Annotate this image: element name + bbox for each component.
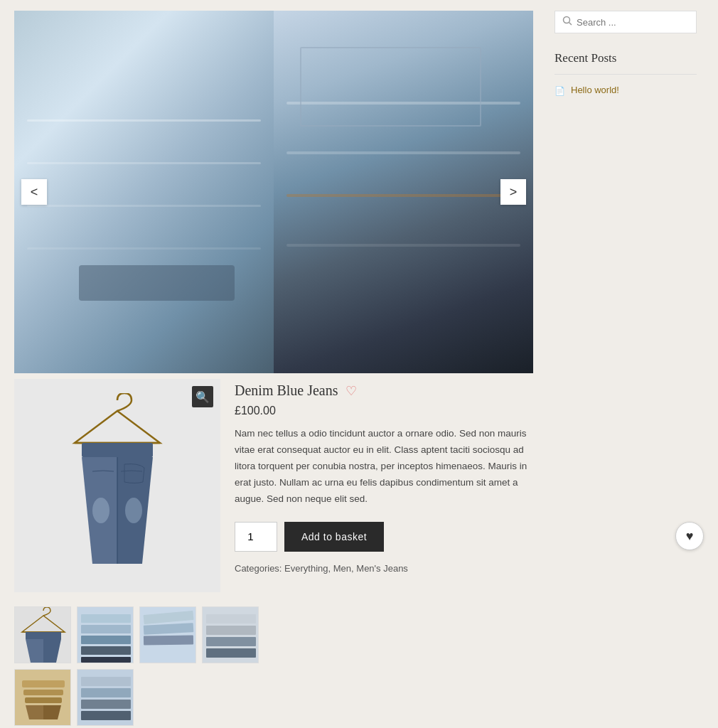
thumbnails-second-row <box>14 669 533 726</box>
svg-rect-13 <box>81 657 131 663</box>
svg-point-3 <box>92 498 109 523</box>
add-to-basket-button[interactable]: Add to basket <box>284 522 384 552</box>
thumbnail-1[interactable] <box>14 606 71 663</box>
category-men[interactable]: Men <box>333 563 351 574</box>
floating-heart-icon: ♥ <box>686 529 694 544</box>
svg-rect-19 <box>206 614 256 623</box>
svg-point-32 <box>564 17 570 23</box>
svg-rect-29 <box>81 688 131 697</box>
gallery-image-right: > <box>274 11 533 373</box>
product-image-box: 🔍 <box>14 379 220 592</box>
gallery-image-left: < <box>14 11 274 373</box>
product-title: Denim Blue Jeans <box>235 382 338 399</box>
add-to-basket-row: Add to basket <box>235 522 533 552</box>
page-wrapper: < > 🔍 <box>0 0 718 728</box>
product-image-svg <box>60 393 174 578</box>
search-input[interactable] <box>577 17 689 28</box>
thumbnail-4[interactable] <box>202 606 259 663</box>
product-detail-area: 🔍 <box>14 379 533 592</box>
product-price: £100.00 <box>235 405 533 417</box>
recent-post-link[interactable]: Hello world! <box>571 85 619 95</box>
category-mens-jeans[interactable]: Men's Jeans <box>356 563 408 574</box>
search-icon <box>562 16 572 28</box>
svg-rect-9 <box>81 614 131 623</box>
svg-rect-12 <box>81 646 131 655</box>
thumbnail-5[interactable] <box>14 669 71 726</box>
svg-rect-25 <box>23 690 63 695</box>
product-info: Denim Blue Jeans ♡ £100.00 Nam nec tellu… <box>235 379 533 592</box>
chevron-right-icon: > <box>510 185 518 200</box>
category-everything[interactable]: Everything <box>284 563 328 574</box>
svg-rect-7 <box>26 632 61 639</box>
wishlist-heart-icon[interactable]: ♡ <box>345 383 357 399</box>
gallery-prev-button[interactable]: < <box>21 179 47 205</box>
recent-posts-title: Recent Posts <box>554 51 697 65</box>
search-box[interactable] <box>554 11 697 33</box>
svg-rect-26 <box>25 697 62 703</box>
sidebar: Recent Posts 📄 Hello world! <box>554 11 697 726</box>
product-title-row: Denim Blue Jeans ♡ <box>235 382 533 399</box>
categories-label: Categories: <box>235 563 282 574</box>
gallery-next-button[interactable]: > <box>500 179 526 205</box>
thumbnail-6[interactable] <box>77 669 134 726</box>
sidebar-divider <box>554 74 697 75</box>
svg-rect-20 <box>206 626 256 635</box>
svg-rect-17 <box>144 635 193 645</box>
svg-rect-21 <box>206 637 256 646</box>
recent-post-item: 📄 Hello world! <box>554 85 697 97</box>
post-icon: 📄 <box>554 86 565 97</box>
pocket-detail <box>300 47 482 127</box>
main-content: < > 🔍 <box>14 11 533 726</box>
svg-rect-1 <box>82 443 153 457</box>
svg-rect-28 <box>81 677 131 686</box>
svg-rect-11 <box>81 636 131 644</box>
svg-rect-30 <box>81 700 131 709</box>
gallery-top: < > <box>14 11 533 373</box>
product-categories: Categories: Everything, Men, Men's Jeans <box>235 563 533 574</box>
product-image <box>14 379 220 592</box>
svg-rect-10 <box>81 625 131 633</box>
thumbnails-area <box>14 606 533 726</box>
svg-rect-22 <box>206 648 256 658</box>
thumbnails-first-row <box>14 606 533 663</box>
svg-rect-31 <box>81 711 131 720</box>
floating-wishlist-button[interactable]: ♥ <box>675 522 704 550</box>
svg-line-33 <box>569 23 572 26</box>
quantity-input[interactable] <box>235 522 277 552</box>
thumbnail-2[interactable] <box>77 606 134 663</box>
svg-point-4 <box>125 498 142 523</box>
thumbnail-3[interactable] <box>139 606 196 663</box>
product-description: Nam nec tellus a odio tincidunt auctor a… <box>235 426 533 508</box>
chevron-left-icon: < <box>31 185 38 200</box>
svg-rect-24 <box>22 680 65 687</box>
